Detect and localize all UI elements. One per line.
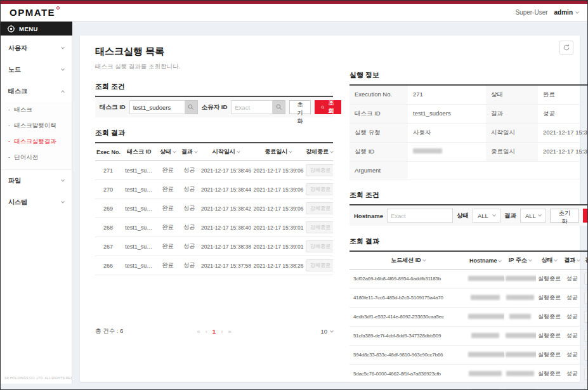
- logo-dot-icon: [56, 6, 60, 10]
- user-menu[interactable]: admin: [554, 9, 578, 16]
- column-header-Exec No.[interactable]: Exec No.: [95, 143, 121, 161]
- task-reset-button[interactable]: 초기화: [289, 100, 311, 114]
- table-row[interactable]: 4edb3df1-e532-414e-8092-233630caa5ec실행종료…: [350, 308, 588, 327]
- column-header-태스크 ID[interactable]: 태스크 ID: [121, 143, 157, 161]
- kill-cell: 강제종료: [581, 308, 588, 327]
- owner-id-search-button[interactable]: [273, 100, 285, 114]
- sort-chevron-icon[interactable]: [577, 258, 580, 262]
- menu-bar[interactable]: MENU: [1, 22, 72, 36]
- sidebar-subitem-태스크[interactable]: -태스크: [1, 102, 72, 118]
- force-stop-button[interactable]: 강제종료: [584, 292, 588, 304]
- app-header: OPMATE Super-User admin: [1, 4, 587, 22]
- first-page-icon[interactable]: «: [197, 328, 200, 335]
- result-select[interactable]: ALL: [520, 209, 546, 223]
- table-row[interactable]: 4180fe11-7cc6-485d-b2c5-5109175a4a70실행종료…: [350, 289, 588, 308]
- kill-cell: 강제종료: [304, 180, 333, 199]
- sort-chevron-icon[interactable]: [554, 258, 558, 262]
- hostname-cell: [467, 327, 504, 346]
- sort-chevron-icon[interactable]: [499, 258, 502, 262]
- redacted-hostname: [468, 276, 504, 281]
- sidebar-item-label: 노드: [8, 65, 21, 74]
- table-row[interactable]: 3cf02a69-b6b8-4f69-8954-6addfb31185b실행종료…: [350, 270, 588, 289]
- subitem-dash: -: [8, 122, 10, 130]
- table-row[interactable]: 271test1_su…완료성공2021-12-17 15:38:462021-…: [95, 161, 333, 180]
- sort-chevron-icon[interactable]: [194, 150, 198, 153]
- table-row[interactable]: 51cfa389-de7f-4cbf-8dd9-347328dbb509실행종료…: [350, 327, 588, 346]
- prev-page-icon[interactable]: ‹: [206, 328, 207, 335]
- force-stop-button[interactable]: 강제종료: [584, 368, 588, 380]
- status-cell: 완료: [157, 199, 179, 218]
- column-header-종료일시[interactable]: 종료일시: [252, 143, 305, 161]
- result-cell: 성공: [563, 270, 581, 289]
- force-stop-button[interactable]: 강제종료: [584, 273, 588, 285]
- force-stop-button[interactable]: 강제종료: [306, 164, 333, 176]
- column-header-상태[interactable]: 상태: [536, 251, 563, 270]
- last-page-icon[interactable]: »: [228, 328, 231, 335]
- force-stop-button[interactable]: 강제종료: [584, 330, 588, 342]
- table-row[interactable]: 266test1_su…완료성공2021-12-17 15:37:582021-…: [95, 256, 333, 275]
- table-row[interactable]: 594d8c33-833c-48df-9810-963c90cc7b66실행종료…: [350, 346, 588, 365]
- task-id-search-button[interactable]: [185, 100, 198, 114]
- column-header-시작일시[interactable]: 시작일시: [200, 143, 252, 161]
- column-header-Hostname[interactable]: Hostname: [467, 251, 504, 270]
- column-header-결과[interactable]: 결과: [178, 143, 200, 161]
- next-page-icon[interactable]: ›: [221, 328, 223, 335]
- search-icon: [276, 104, 282, 110]
- session-id-cell: 654bc04f-db3a-49a4-a9e6-b6daf65acfcb: [350, 384, 467, 390]
- info-value-시작일시: 2021-12-17 15:38:46: [538, 124, 588, 143]
- subitem-dash: -: [8, 138, 10, 146]
- column-header-결과[interactable]: 결과: [563, 251, 581, 270]
- column-header-label: Hostname: [469, 257, 497, 264]
- task-id-cell: test1_su…: [121, 161, 157, 180]
- result-cell: 성공: [563, 384, 581, 390]
- force-stop-button[interactable]: 강제종료: [584, 349, 588, 361]
- column-header-IP 주소[interactable]: IP 주소: [504, 251, 536, 270]
- sort-chevron-icon[interactable]: [173, 150, 176, 153]
- sort-chevron-icon[interactable]: [528, 258, 532, 262]
- force-stop-button[interactable]: 강제종료: [306, 202, 333, 214]
- task-search-button[interactable]: 조회: [315, 100, 342, 114]
- table-row[interactable]: 268test1_su…완료성공2021-12-17 15:38:402021-…: [95, 218, 333, 237]
- task-id-input[interactable]: [129, 100, 185, 114]
- force-stop-button[interactable]: 강제종료: [306, 183, 333, 195]
- node-session-table-body: 3cf02a69-b6b8-4f69-8954-6addfb31185b실행종료…: [350, 270, 588, 390]
- info-value-결과: 성공: [538, 105, 588, 124]
- sort-chevron-icon[interactable]: [289, 150, 292, 153]
- sort-chevron-icon[interactable]: [237, 150, 240, 153]
- force-stop-button[interactable]: 강제종료: [584, 311, 588, 323]
- column-header-노드세션 ID[interactable]: 노드세션 ID: [350, 251, 467, 270]
- force-stop-button[interactable]: 강제종료: [306, 259, 333, 271]
- table-row[interactable]: 270test1_su…완료성공2021-12-17 15:38:442021-…: [95, 180, 333, 199]
- force-stop-button[interactable]: 강제종료: [306, 240, 333, 252]
- sort-chevron-icon[interactable]: [422, 258, 426, 262]
- sidebar-item-사용자[interactable]: 사용자: [1, 37, 72, 59]
- logo[interactable]: OPMATE: [10, 7, 60, 18]
- force-stop-button[interactable]: 강제종료: [584, 387, 588, 390]
- hostname-input[interactable]: [387, 209, 453, 223]
- column-header-상태[interactable]: 상태: [157, 143, 179, 161]
- refresh-button[interactable]: [559, 41, 573, 55]
- task-page-size[interactable]: 10: [262, 328, 334, 335]
- table-row[interactable]: 5dac5c76-0000-4662-8f1f-a7a836923cfb실행종료…: [350, 365, 588, 384]
- sidebar-item-태스크[interactable]: 태스크: [1, 81, 72, 102]
- sidebar-subitem-태스크발행이력[interactable]: -태스크발행이력: [1, 118, 72, 134]
- sidebar-subitem-단어사전[interactable]: -단어사전: [1, 150, 72, 166]
- column-header-강제종료[interactable]: 강제종료: [581, 251, 588, 270]
- column-header-강제종료[interactable]: 강제종료: [304, 143, 333, 161]
- table-row[interactable]: 267test1_su…완료성공2021-12-17 15:38:382021-…: [95, 237, 333, 256]
- page-number-1[interactable]: 1: [212, 328, 216, 335]
- owner-id-input[interactable]: [231, 100, 273, 114]
- sidebar-item-시스템[interactable]: 시스템: [1, 192, 72, 213]
- force-stop-button[interactable]: 강제종료: [306, 221, 333, 233]
- session-id-cell: 51cfa389-de7f-4cbf-8dd9-347328dbb509: [350, 327, 467, 346]
- node-reset-button[interactable]: 초기화: [550, 209, 579, 223]
- info-label-Argument: Argument: [350, 162, 408, 179]
- sidebar-item-노드[interactable]: 노드: [1, 59, 72, 81]
- node-search-button[interactable]: 조회: [583, 209, 588, 223]
- sidebar-subitem-태스크실행결과[interactable]: -태스크실행결과: [1, 134, 72, 150]
- sort-chevron-icon[interactable]: [330, 150, 334, 153]
- table-row[interactable]: 654bc04f-db3a-49a4-a9e6-b6daf65acfcb실행종료…: [350, 384, 588, 390]
- sidebar-item-파일[interactable]: 파일: [1, 170, 72, 192]
- status-select[interactable]: ALL: [473, 209, 500, 223]
- table-row[interactable]: 269test1_su…완료성공2021-12-17 15:38:422021-…: [95, 199, 333, 218]
